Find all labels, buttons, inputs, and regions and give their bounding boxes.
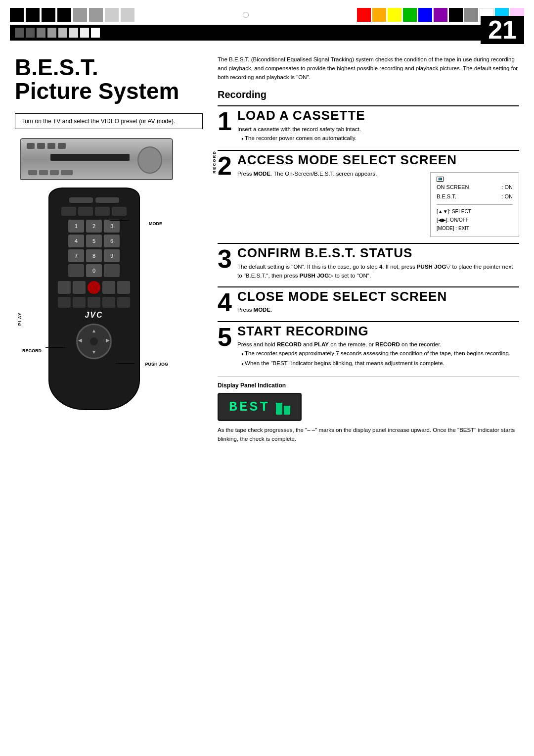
vcr-small-btn (28, 170, 37, 175)
step-5-bullet-2: When the "BEST" indicator begins blinkin… (241, 359, 519, 368)
black-sq-5 (73, 8, 87, 22)
push-jog-label: PUSH JOG (145, 362, 168, 367)
remote-play-row (58, 281, 130, 294)
black-squares-left (10, 8, 134, 22)
black-sq-7 (105, 8, 119, 22)
main-layout: B.E.S.T. Picture System Turn on the TV a… (0, 46, 534, 454)
step-4-desc: Press MODE. (237, 306, 519, 315)
display-bar-2 (284, 406, 290, 415)
remote-num-1[interactable]: 1 (68, 220, 84, 233)
remote-btn-extra3[interactable] (117, 297, 130, 308)
play-label: PLAY (17, 312, 22, 326)
color-bar-red (357, 8, 371, 22)
center-dot (243, 12, 249, 18)
vcr-front-buttons (27, 143, 66, 149)
instruction-text: Turn on the TV and select the VIDEO pres… (21, 118, 175, 125)
vcr-cassette-slot (50, 154, 130, 161)
display-bar-1 (276, 403, 282, 415)
remote-top-btn (95, 197, 119, 203)
step-2-body: Press MODE. The On-Screen/B.E.S.T. scree… (237, 170, 519, 237)
remote-num-9[interactable]: 9 (104, 249, 120, 262)
remote-num-2[interactable]: 2 (86, 220, 102, 233)
step-3-desc: The default setting is "ON". If this is … (237, 263, 519, 281)
color-bar-orange (372, 8, 386, 22)
remote-num-6[interactable]: 6 (104, 235, 120, 247)
remote-btn (112, 207, 127, 216)
remote-ff-btn[interactable] (73, 297, 86, 308)
onscreen-ctrl-2: [◀▶]: ON/OFF (437, 216, 513, 224)
left-column: B.E.S.T. Picture System Turn on the TV a… (15, 55, 203, 444)
vcr-dial (137, 146, 162, 174)
vcr-bottom-buttons (28, 170, 73, 175)
display-panel-section: Display Panel Indication BEST As the tap… (218, 377, 519, 444)
step-5-title: START RECORDING (237, 324, 519, 338)
remote-record-btn[interactable] (88, 281, 100, 294)
top-bar-container (0, 0, 534, 25)
remote-play-btn[interactable] (73, 281, 86, 294)
section-heading: Recording (218, 89, 519, 100)
remote-num-5[interactable]: 5 (86, 235, 102, 247)
black-sq-8 (121, 8, 134, 22)
remote-pause-btn[interactable] (117, 281, 130, 294)
color-bar-purple (434, 8, 447, 22)
remote-stop-btn[interactable] (102, 281, 115, 294)
bar-stripe (58, 28, 67, 38)
vcr-small-btn (61, 170, 73, 175)
color-bar-black (449, 8, 463, 22)
step-1: 1 LOAD A CASSETTE Insert a cassette with… (218, 105, 519, 144)
step-5-content: START RECORDING Press and hold RECORD an… (237, 322, 519, 370)
step-2-content: ACCESS MODE SELECT SCREEN Press MODE. Th… (237, 151, 519, 237)
remote-rewind-btn[interactable] (58, 297, 71, 308)
step-1-content: LOAD A CASSETTE Insert a cassette with t… (237, 106, 519, 144)
remote-second-row (61, 207, 127, 216)
remote-illustration: 1 2 3 4 5 6 7 8 9 0 (15, 188, 173, 425)
onscreen-controls: [▲▼]: SELECT [◀▶]: ON/OFF [MODE] : EXIT (437, 207, 513, 233)
remote-num-0[interactable]: 0 (86, 264, 102, 277)
vcr-illustration: RECORD (20, 138, 203, 180)
remote-btn-extra[interactable] (88, 297, 100, 308)
remote-play-row2 (58, 297, 130, 308)
step-4-content: CLOSE MODE SELECT SCREEN Press MODE. (237, 287, 519, 315)
black-sq-1 (10, 8, 24, 22)
push-jog-arrow-line (116, 363, 134, 364)
color-bar-green (403, 8, 417, 22)
vcr-btn (47, 143, 55, 149)
remote-play-btn[interactable] (58, 281, 71, 294)
record-arrow-line (45, 347, 65, 348)
page-title: B.E.S.T. Picture System (15, 55, 203, 103)
remote-num-blank2 (104, 264, 120, 277)
remote-numpad: 1 2 3 4 5 6 7 8 9 0 (68, 220, 120, 277)
color-bar-blue (418, 8, 432, 22)
step-3: 3 CONFIRM B.E.S.T. STATUS The default se… (218, 243, 519, 280)
onscreen-label-2: B.E.S.T. (437, 192, 456, 202)
tv-icon: 📺 (437, 177, 444, 182)
remote-nav-arrows: ▲ ◀ ▶ ▼ (78, 328, 110, 355)
right-column: The B.E.S.T. (Biconditional Equalised Si… (218, 55, 519, 444)
remote-btn-extra2[interactable] (102, 297, 115, 308)
bar-stripe (69, 28, 78, 38)
vcr-record-label: RECORD (212, 150, 217, 174)
display-desc: As the tape check progresses, the "– –" … (218, 426, 519, 444)
instruction-box: Turn on the TV and select the VIDEO pres… (15, 113, 203, 129)
title-line1: B.E.S.T. (15, 54, 98, 80)
step-4-number: 4 (218, 287, 232, 315)
remote-nav-center[interactable] (90, 337, 98, 345)
bar-stripe (26, 28, 35, 38)
black-sq-6 (89, 8, 103, 22)
bar-stripe (80, 28, 89, 38)
onscreen-ctrl-3: [MODE] : EXIT (437, 224, 513, 233)
remote-num-3[interactable]: 3 (104, 220, 120, 233)
intro-text: The B.E.S.T. (Biconditional Equalised Si… (218, 55, 519, 82)
step-3-number: 3 (218, 244, 232, 280)
display-panel-label: Display Panel Indication (218, 382, 519, 389)
title-line2: Picture System (15, 78, 179, 104)
remote-num-4[interactable]: 4 (68, 235, 84, 247)
onscreen-row-1: ON SCREEN : ON (437, 183, 513, 192)
remote-nav-ring[interactable]: ▲ ◀ ▶ ▼ (76, 324, 112, 359)
remote-num-8[interactable]: 8 (86, 249, 102, 262)
page-number: 21 (481, 16, 524, 44)
step-5-bullet-1: The recorder spends approximately 7 seco… (241, 349, 519, 358)
onscreen-row-2: B.E.S.T. : ON (437, 192, 513, 202)
remote-num-7[interactable]: 7 (68, 249, 84, 262)
onscreen-box: 📺 ON SCREEN : ON B.E.S.T. : ON [▲▼]: S (430, 172, 519, 237)
